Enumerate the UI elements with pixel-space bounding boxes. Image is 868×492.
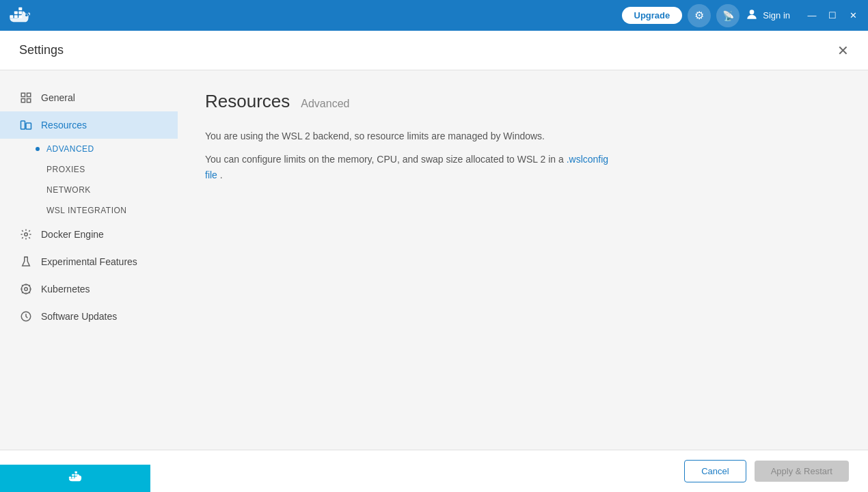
sidebar-docker-engine-label: Docker Engine [41,229,104,240]
content-title: Resources [205,91,290,112]
sign-in-button[interactable]: Sign in [745,8,790,23]
taskbar-docker-icon [67,470,83,487]
svg-rect-4 [18,11,22,14]
svg-rect-23 [75,474,77,476]
settings-icon-btn[interactable]: ⚙ [688,4,711,27]
settings-title: Settings [19,43,64,57]
sidebar-experimental-label: Experimental Features [41,256,137,267]
minimize-button[interactable]: — [804,8,820,24]
dot-network [36,188,40,192]
settings-header: Settings ✕ [0,31,868,70]
settings-close-button[interactable]: ✕ [837,44,849,57]
gear-icon: ⚙ [694,9,704,22]
docker-whale-icon [7,6,31,25]
cancel-button[interactable]: Cancel [684,460,746,482]
content-header: Resources Advanced [205,91,841,112]
kubernetes-icon [19,282,33,296]
content-para1: You are using the WSL 2 backend, so reso… [205,128,615,144]
notification-icon-btn[interactable]: 📡 [716,4,740,27]
svg-rect-24 [75,471,77,473]
close-button[interactable]: ✕ [845,8,861,24]
content-para2-after: . [220,169,223,180]
dot-wsl [36,208,40,213]
content-para2: You can configure limits on the memory, … [205,152,615,182]
upgrade-button[interactable]: Upgrade [622,7,683,24]
sidebar-item-resources[interactable]: Resources [0,111,178,139]
svg-rect-5 [18,7,22,10]
sidebar-sub-network[interactable]: NETWORK [0,180,178,200]
sidebar-item-general[interactable]: General [0,84,178,111]
svg-rect-11 [27,99,31,102]
apply-restart-button[interactable]: Apply & Restart [755,461,849,482]
svg-point-6 [25,14,28,16]
experimental-icon [19,255,33,269]
svg-point-7 [750,10,755,14]
svg-rect-0 [10,15,13,18]
title-bar: Upgrade ⚙ 📡 Sign in — ☐ ✕ [0,0,868,31]
maximize-button[interactable]: ☐ [824,8,841,24]
svg-point-14 [25,233,28,236]
content-body: You are using the WSL 2 backend, so reso… [205,128,615,182]
svg-rect-1 [14,15,18,18]
sidebar-resources-label: Resources [41,120,87,131]
svg-rect-12 [21,121,25,129]
svg-rect-3 [14,11,18,14]
svg-rect-13 [26,123,31,129]
sign-in-label: Sign in [763,10,790,20]
sidebar-sub-menu: ADVANCED PROXIES NETWORK WSL INTEGRATION [0,139,178,221]
sidebar-item-kubernetes[interactable]: Kubernetes [0,275,178,303]
sidebar-item-experimental[interactable]: Experimental Features [0,248,178,275]
sidebar: General Resources ADVANCED PROXIES [0,70,178,450]
title-bar-left [7,6,31,25]
sidebar-item-docker-engine[interactable]: Docker Engine [0,221,178,248]
notification-icon: 📡 [722,10,734,21]
docker-engine-icon [19,228,33,241]
taskbar [0,465,150,492]
software-updates-icon [19,310,33,323]
window-controls: — ☐ ✕ [804,8,861,24]
svg-rect-22 [72,474,74,476]
dot-proxies [36,167,40,172]
advanced-label: ADVANCED [46,144,94,154]
svg-rect-20 [72,476,74,478]
sidebar-sub-proxies[interactable]: PROXIES [0,159,178,180]
svg-rect-19 [69,476,71,478]
content-para2-before: You can configure limits on the memory, … [205,154,564,165]
sidebar-sub-wsl[interactable]: WSL INTEGRATION [0,200,178,221]
general-icon [19,91,33,105]
sidebar-sub-advanced[interactable]: ADVANCED [0,139,178,159]
dot-advanced [36,147,40,151]
settings-body: General Resources ADVANCED PROXIES [0,70,868,450]
wsl-label: WSL INTEGRATION [46,206,127,215]
sidebar-software-updates-label: Software Updates [41,311,117,322]
sidebar-general-label: General [41,92,75,103]
svg-point-17 [21,284,31,294]
svg-rect-9 [27,93,31,96]
user-icon [745,8,759,23]
settings-window: Settings ✕ General Resources [0,31,868,492]
docker-logo [7,6,31,25]
svg-rect-8 [21,93,25,96]
sidebar-kubernetes-label: Kubernetes [41,284,90,295]
content-area: Resources Advanced You are using the WSL… [178,70,868,450]
sidebar-item-software-updates[interactable]: Software Updates [0,303,178,330]
content-subtitle: Advanced [301,98,349,110]
proxies-label: PROXIES [46,165,85,174]
svg-rect-10 [21,99,25,102]
title-bar-right: Upgrade ⚙ 📡 Sign in — ☐ ✕ [622,4,861,27]
resources-icon [19,118,33,132]
network-label: NETWORK [46,185,91,195]
svg-point-16 [25,288,28,291]
